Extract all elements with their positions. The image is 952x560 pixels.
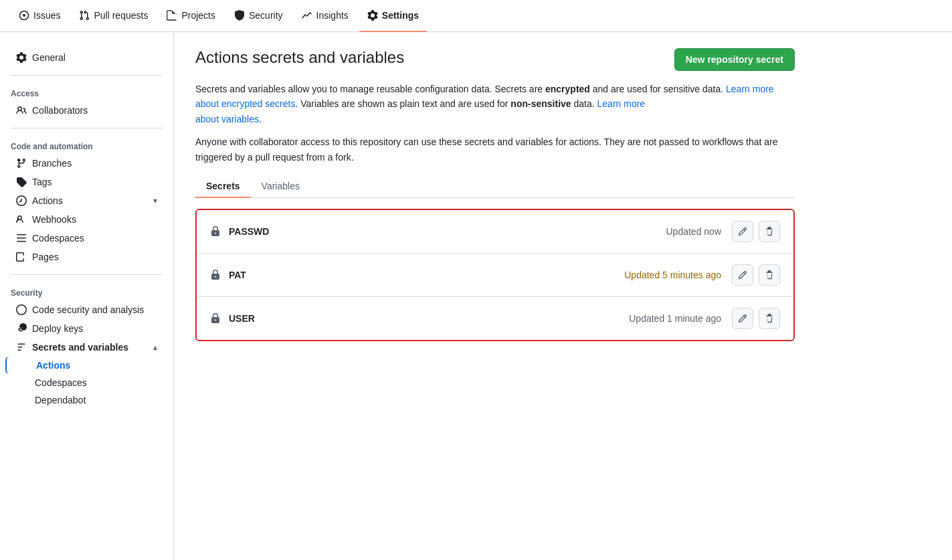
sidebar-section-code-automation: Code and automation [0, 136, 173, 154]
page-title: Actions secrets and variables [195, 48, 404, 67]
secrets-container: PASSWD Updated now PAT [195, 209, 795, 341]
issues-icon [19, 10, 29, 21]
sidebar: General Access Collaborators Code and au… [0, 32, 174, 560]
secrets-variables-label: Secrets and variables [32, 342, 128, 353]
svg-point-1 [23, 14, 25, 17]
secrets-chevron-icon: ▴ [153, 343, 157, 352]
security-nav-icon [234, 10, 245, 21]
webhooks-icon [16, 214, 27, 225]
delete-user-button[interactable] [759, 308, 780, 329]
page-layout: General Access Collaborators Code and au… [0, 32, 952, 560]
secret-row-user: USER Updated 1 minute ago [197, 297, 793, 340]
sidebar-sub-dependabot[interactable]: Dependabot [5, 391, 168, 409]
codespaces-icon [16, 233, 27, 244]
sidebar-item-webhooks[interactable]: Webhooks [5, 210, 168, 229]
insights-icon [302, 10, 312, 21]
nav-pull-requests[interactable]: Pull requests [71, 0, 156, 32]
sidebar-item-collaborators[interactable]: Collaborators [5, 101, 168, 120]
nav-settings[interactable]: Settings [359, 0, 427, 32]
edit-passwd-button[interactable] [732, 221, 753, 242]
sidebar-item-secrets-variables[interactable]: Secrets and variables ▴ [5, 338, 168, 357]
learn-more-secrets-link[interactable]: Learn more about encrypted secrets [195, 84, 774, 109]
sidebar-item-pages[interactable]: Pages [5, 248, 168, 266]
tabs: Secrets Variables [195, 175, 795, 198]
description-1: Secrets and variables allow you to manag… [195, 82, 795, 126]
sidebar-item-branches[interactable]: Branches [5, 154, 168, 173]
settings-nav-icon [367, 10, 378, 21]
secret-updated-user: Updated 1 minute ago [629, 313, 721, 324]
secret-row-passwd: PASSWD Updated now [197, 210, 793, 254]
nav-insights[interactable]: Insights [294, 0, 357, 32]
actions-chevron-icon: ▾ [153, 196, 157, 205]
tab-secrets[interactable]: Secrets [195, 175, 251, 198]
sidebar-item-tags[interactable]: Tags [5, 173, 168, 191]
tags-icon [16, 177, 27, 187]
sidebar-divider-3 [11, 274, 163, 275]
non-sensitive-text: non-sensitive [510, 98, 571, 109]
edit-pat-button[interactable] [732, 264, 753, 286]
secret-name-user: USER [229, 313, 255, 324]
sidebar-divider-2 [11, 128, 163, 128]
pull-requests-icon [79, 10, 90, 21]
tab-variables[interactable]: Variables [251, 175, 310, 198]
delete-icon [765, 227, 774, 236]
branches-icon [16, 158, 27, 169]
pages-icon [16, 252, 27, 262]
delete-pat-button[interactable] [759, 264, 780, 286]
nav-projects[interactable]: Projects [159, 0, 223, 32]
sidebar-item-actions[interactable]: Actions ▾ [5, 191, 168, 210]
secret-row-pat: PAT Updated 5 minutes ago [197, 254, 793, 297]
delete-icon-user [765, 314, 774, 323]
sidebar-sub-codespaces[interactable]: Codespaces [5, 374, 168, 391]
secret-updated-pat: Updated 5 minutes ago [624, 270, 721, 280]
delete-icon-pat [765, 270, 774, 280]
sidebar-divider-1 [11, 75, 163, 76]
new-repository-secret-button[interactable]: New repository secret [674, 48, 795, 71]
top-nav: Issues Pull requests Projects Security I… [0, 0, 952, 32]
edit-icon [738, 227, 747, 236]
lock-icon-pat [210, 270, 221, 280]
collaborators-icon [16, 105, 27, 116]
encrypted-text: encrypted [545, 84, 590, 94]
sidebar-item-codespaces[interactable]: Codespaces [5, 229, 168, 248]
projects-icon [167, 10, 177, 21]
sidebar-section-access: Access [0, 84, 173, 101]
sidebar-item-general[interactable]: General [5, 48, 168, 67]
secret-updated-passwd: Updated now [666, 226, 721, 237]
description-2: Anyone with collaborator access to this … [195, 134, 795, 165]
secrets-icon [16, 342, 27, 353]
edit-user-button[interactable] [732, 308, 753, 329]
delete-passwd-button[interactable] [759, 221, 780, 242]
nav-security[interactable]: Security [226, 0, 291, 32]
nav-issues[interactable]: Issues [11, 0, 68, 32]
code-security-icon [16, 304, 27, 315]
main-content: Actions secrets and variables New reposi… [174, 32, 816, 560]
edit-icon-pat [738, 270, 747, 280]
actions-icon [16, 195, 27, 206]
sidebar-section-security: Security [0, 283, 173, 300]
sidebar-item-deploy-keys[interactable]: Deploy keys [5, 319, 168, 338]
sidebar-item-code-security[interactable]: Code security and analysis [5, 300, 168, 319]
edit-icon-user [738, 314, 747, 323]
deploy-keys-icon [16, 323, 27, 334]
sidebar-sub-actions[interactable]: Actions [5, 357, 168, 374]
gear-icon [16, 52, 27, 63]
secret-name-pat: PAT [229, 270, 246, 280]
page-header: Actions secrets and variables New reposi… [195, 48, 795, 71]
lock-icon-user [210, 313, 221, 324]
secret-name-passwd: PASSWD [229, 226, 269, 237]
lock-icon-passwd [210, 226, 221, 237]
